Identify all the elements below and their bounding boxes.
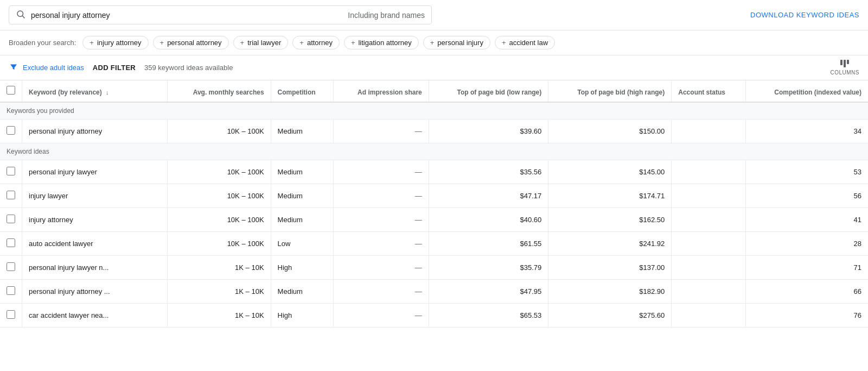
competition-cell: High (271, 256, 334, 280)
competition-cell: Medium (271, 160, 334, 184)
comp-indexed-cell: 34 (745, 120, 868, 143)
bid-high-cell: $137.00 (548, 256, 672, 280)
row-checkbox[interactable] (7, 191, 15, 199)
col-bid-high[interactable]: Top of page bid (high range) (548, 80, 672, 102)
ad-impression-cell: — (334, 304, 429, 328)
bid-low-cell: $61.55 (429, 232, 548, 256)
chip-label: trial lawyer (247, 39, 281, 47)
row-checkbox[interactable] (7, 126, 15, 135)
col-bid-low[interactable]: Top of page bid (low range) (429, 80, 548, 102)
col-comp-indexed-label: Competition (indexed value) (774, 89, 861, 96)
chip-label: personal attorney (167, 39, 221, 47)
columns-button[interactable]: COLUMNS (830, 60, 859, 76)
row-checkbox[interactable] (7, 262, 15, 271)
table-header-row: Keyword (by relevance) ↓ Avg. monthly se… (0, 80, 868, 102)
account-status-cell (672, 184, 745, 208)
table-row-provided: personal injury attorney 10K – 100K Medi… (0, 120, 868, 143)
checkbox-cell[interactable] (0, 208, 22, 232)
checkbox-cell[interactable] (0, 280, 22, 304)
account-status-cell (672, 256, 745, 280)
section-provided: Keywords you provided (0, 102, 868, 120)
col-keyword[interactable]: Keyword (by relevance) ↓ (22, 80, 168, 102)
competition-cell: Medium (271, 208, 334, 232)
comp-indexed-cell: 28 (745, 232, 868, 256)
keyword-cell: injury lawyer (22, 184, 168, 208)
col-account-status[interactable]: Account status (672, 80, 745, 102)
chip-label: injury attorney (97, 39, 142, 47)
checkbox-cell[interactable] (0, 160, 22, 184)
bid-high-cell: $241.92 (548, 232, 672, 256)
col-keyword-label: Keyword (by relevance) (29, 89, 102, 96)
account-status-cell (672, 280, 745, 304)
add-filter-button[interactable]: ADD FILTER (93, 64, 136, 72)
keyword-cell: injury attorney (22, 208, 168, 232)
col-avg-searches[interactable]: Avg. monthly searches (168, 80, 271, 102)
keyword-cell: personal injury lawyer (22, 160, 168, 184)
keywords-table: Keyword (by relevance) ↓ Avg. monthly se… (0, 80, 868, 328)
select-all-header[interactable] (0, 80, 22, 102)
competition-cell: Medium (271, 120, 334, 143)
search-input-wrapper[interactable]: personal injury attorney Including brand… (9, 5, 432, 24)
chip-trial-lawyer[interactable]: + trial lawyer (233, 36, 289, 49)
bid-low-cell: $47.17 (429, 184, 548, 208)
col-competition[interactable]: Competition (271, 80, 334, 102)
keyword-cell: personal injury attorney (22, 120, 168, 143)
svg-line-1 (22, 16, 24, 18)
chip-personal-attorney[interactable]: + personal attorney (153, 36, 229, 49)
avg-searches-cell: 10K – 100K (168, 232, 271, 256)
avg-searches-cell: 10K – 100K (168, 208, 271, 232)
comp-indexed-cell: 71 (745, 256, 868, 280)
bid-high-cell: $275.60 (548, 304, 672, 328)
competition-cell: Low (271, 232, 334, 256)
comp-indexed-cell: 53 (745, 160, 868, 184)
exclude-adult-button[interactable]: Exclude adult ideas (23, 64, 84, 72)
chip-attorney[interactable]: + attorney (292, 36, 340, 49)
checkbox-cell[interactable] (0, 184, 22, 208)
broaden-label: Broaden your search: (9, 39, 76, 47)
chip-litigation-attorney[interactable]: + litigation attorney (344, 36, 419, 49)
keyword-count: 359 keyword ideas available (144, 64, 233, 72)
filter-bar: Exclude adult ideas ADD FILTER 359 keywo… (0, 55, 868, 80)
broaden-row: Broaden your search: + injury attorney +… (0, 30, 868, 55)
col-avg-searches-label: Avg. monthly searches (193, 89, 264, 96)
bid-low-cell: $35.56 (429, 160, 548, 184)
table-row: personal injury lawyer 10K – 100K Medium… (0, 160, 868, 184)
col-bid-low-label: Top of page bid (low range) (457, 89, 542, 96)
row-checkbox[interactable] (7, 286, 15, 295)
chip-accident-law[interactable]: + accident law (495, 36, 555, 49)
account-status-cell (672, 160, 745, 184)
row-checkbox[interactable] (7, 238, 15, 247)
section-ideas-label: Keyword ideas (0, 143, 868, 160)
account-status-cell (672, 304, 745, 328)
chip-injury-attorney[interactable]: + injury attorney (82, 36, 148, 49)
plus-icon: + (240, 39, 245, 47)
bid-high-cell: $150.00 (548, 120, 672, 143)
row-checkbox[interactable] (7, 215, 15, 223)
bid-low-cell: $47.95 (429, 280, 548, 304)
avg-searches-cell: 10K – 100K (168, 160, 271, 184)
row-checkbox[interactable] (7, 310, 15, 319)
ad-impression-cell: — (334, 280, 429, 304)
checkbox-cell[interactable] (0, 232, 22, 256)
competition-cell: Medium (271, 184, 334, 208)
checkbox-cell[interactable] (0, 256, 22, 280)
checkbox-cell[interactable] (0, 304, 22, 328)
row-checkbox[interactable] (7, 167, 15, 175)
section-ideas: Keyword ideas (0, 143, 868, 160)
checkbox-cell[interactable] (0, 120, 22, 143)
avg-searches-cell: 10K – 100K (168, 120, 271, 143)
table-row: injury attorney 10K – 100K Medium — $40.… (0, 208, 868, 232)
download-keyword-ideas-button[interactable]: DOWNLOAD KEYWORD IDEAS (750, 11, 859, 19)
col-comp-indexed[interactable]: Competition (indexed value) (745, 80, 868, 102)
comp-indexed-cell: 76 (745, 304, 868, 328)
brand-names-label: Including brand names (348, 11, 425, 20)
bid-high-cell: $162.50 (548, 208, 672, 232)
select-all-checkbox[interactable] (7, 86, 15, 95)
chip-label: attorney (307, 39, 333, 47)
col-ad-impression-label: Ad impression share (358, 89, 422, 96)
chip-personal-injury[interactable]: + personal injury (423, 36, 490, 49)
ad-impression-cell: — (334, 184, 429, 208)
comp-indexed-cell: 56 (745, 184, 868, 208)
comp-indexed-cell: 66 (745, 280, 868, 304)
col-ad-impression[interactable]: Ad impression share (334, 80, 429, 102)
